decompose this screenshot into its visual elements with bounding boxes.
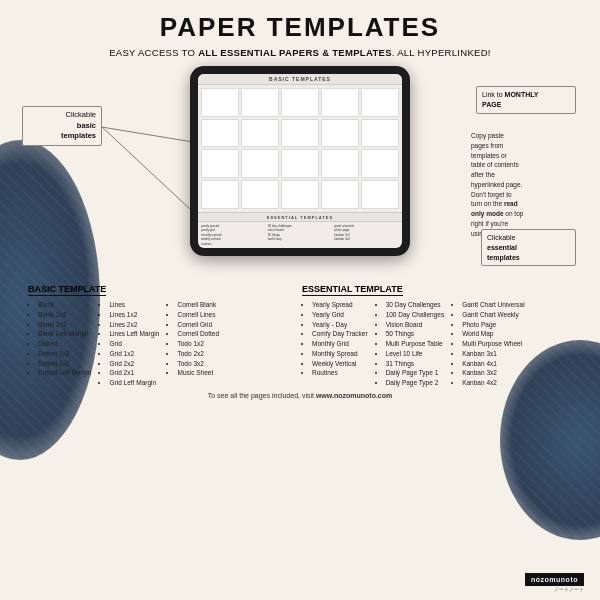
grid-cell [201,180,239,209]
tablet-device: BASIC TEMPLATES [190,66,410,256]
grid-cell [201,149,239,178]
annotation-monthly-page: Link to MONTHLYPAGE [476,86,576,114]
screen-essential-label: ESSENTIAL TEMPLATES [198,212,402,222]
grid-cell [361,88,399,117]
screen-essential-area: yearly spreadyearly gridmonthly spreadwe… [198,222,402,249]
svg-line-0 [102,127,199,143]
essential-col-1: yearly spreadyearly gridmonthly spreadwe… [201,224,266,247]
grid-cell [241,149,279,178]
grid-cell [281,88,319,117]
screen-basic-grid [198,85,402,212]
bottom-lists: BASIC TEMPLATE Blank Blank 1x2 Blank 2x2… [20,284,580,388]
logo-sub: ノートノート [525,586,584,592]
annotation-copy-paste: Copy pastepages fromtemplates ortable of… [471,131,576,238]
svg-line-2 [102,127,199,218]
essential-template-columns: Yearly Spread Yearly Grid Yearly - Day C… [302,300,572,388]
logo-area: nozomunoto ノートノート [525,573,584,592]
essential-col-2: 30 Day Challenges 100 Day Challenges Vis… [376,300,445,388]
grid-cell [281,119,319,148]
page-title: PAPER TEMPLATES [20,12,580,43]
basic-col-1: Blank Blank 1x2 Blank 2x2 Blank Left Mar… [28,300,91,388]
grid-cell [241,88,279,117]
grid-cell [281,149,319,178]
grid-cell [241,180,279,209]
tablet-screen: BASIC TEMPLATES [198,74,402,248]
essential-col-3: gantt universalphoto pagekanban 3x1kanba… [334,224,399,247]
essential-col-2: 30 day challengesvision board50 thingswo… [268,224,333,247]
grid-cell [321,119,359,148]
grid-cell [201,88,239,117]
grid-cell [321,88,359,117]
grid-cell [361,149,399,178]
subtitle: EASY ACCESS TO ALL ESSENTIAL PAPERS & TE… [20,47,580,58]
logo-name: nozomunoto [525,573,584,586]
basic-template-section: BASIC TEMPLATE Blank Blank 1x2 Blank 2x2… [28,284,298,388]
essential-col-3: Gantt Chart Universal Gantt Chart Weekly… [452,300,525,388]
footer: To see all the pages included, visit www… [20,392,580,399]
grid-cell [281,180,319,209]
footer-url[interactable]: www.nozomunoto.com [316,392,392,399]
grid-cell [321,180,359,209]
tablet-section: Clickable basictemplates BASIC TEMPLATES [20,66,580,276]
basic-col-2: Lines Lines 1x2 Lines 2x2 Lines Left Mar… [99,300,159,388]
essential-template-section: ESSENTIAL TEMPLATE Yearly Spread Yearly … [302,284,572,388]
screen-basic-label: BASIC TEMPLATES [198,74,402,85]
annotation-basic-templates: Clickable basictemplates [22,106,102,146]
basic-col-3: Cornell Blank Cornell Lines Cornell Grid… [167,300,227,388]
grid-cell [241,119,279,148]
grid-cell [361,180,399,209]
essential-col-1: Yearly Spread Yearly Grid Yearly - Day C… [302,300,368,388]
annotation-essential-templates: Clickableessentialtemplates [481,229,576,266]
basic-template-title: BASIC TEMPLATE [28,284,106,296]
grid-cell [321,149,359,178]
basic-template-columns: Blank Blank 1x2 Blank 2x2 Blank Left Mar… [28,300,298,388]
grid-cell [201,119,239,148]
essential-template-title: ESSENTIAL TEMPLATE [302,284,403,296]
grid-cell [361,119,399,148]
